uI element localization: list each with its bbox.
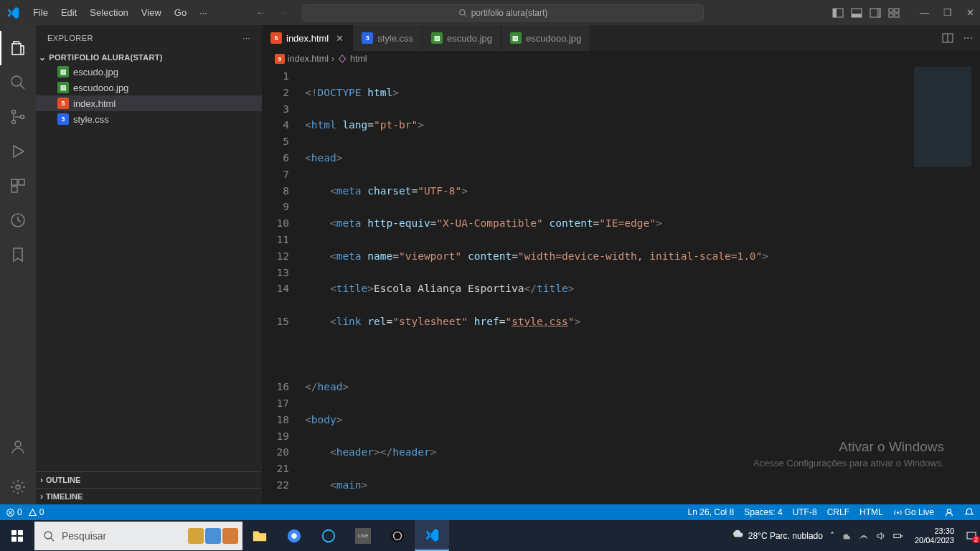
source-control-icon[interactable] <box>0 100 36 134</box>
watermark-subtitle: Acesse Configurações para ativar o Windo… <box>753 458 944 468</box>
file-item-escudooo[interactable]: ▨escudooo.jpg <box>36 80 262 95</box>
svg-rect-5 <box>852 14 862 17</box>
split-editor-icon[interactable] <box>942 32 953 44</box>
breadcrumb-file: index.html <box>288 54 329 64</box>
tab-index-html[interactable]: 5index.html✕ <box>262 25 353 51</box>
svg-rect-33 <box>18 537 23 542</box>
search-icon <box>458 9 467 17</box>
menu-view[interactable]: View <box>136 4 167 21</box>
tray-chevron-icon[interactable]: ˄ <box>830 531 834 541</box>
menu-selection[interactable]: Selection <box>84 4 133 21</box>
clock-time: 23:30 <box>915 527 954 536</box>
image-file-icon: ▨ <box>510 32 522 44</box>
status-errors[interactable]: 0 <box>6 507 22 517</box>
explorer-sidebar: EXPLORER ··· ⌄ PORTIFOLIO ALURA(START) ▨… <box>36 25 262 504</box>
timeline-section[interactable]: ›TIMELINE <box>36 488 262 504</box>
minimize-icon[interactable]: — <box>920 7 929 18</box>
live-app[interactable]: Live <box>346 520 380 551</box>
project-folder-header[interactable]: ⌄ PORTIFOLIO ALURA(START) <box>36 51 262 64</box>
status-eol[interactable]: CRLF <box>827 507 849 517</box>
minimap[interactable] <box>914 67 971 167</box>
svg-rect-8 <box>889 9 893 12</box>
tab-close-icon[interactable]: ✕ <box>336 33 344 44</box>
menu-go[interactable]: Go <box>169 4 192 21</box>
nav-back-icon[interactable]: ← <box>256 7 265 18</box>
system-tray: 28°C Parc. nublado ˄ 23:30 20/04/2023 2 <box>731 527 980 545</box>
status-spaces[interactable]: Spaces: 4 <box>744 507 782 517</box>
close-icon[interactable]: ✕ <box>966 7 974 18</box>
menu-edit[interactable]: Edit <box>55 4 83 21</box>
svg-point-21 <box>15 441 21 447</box>
file-explorer-app[interactable] <box>242 520 277 551</box>
status-language[interactable]: HTML <box>859 507 883 517</box>
bookmark-icon[interactable] <box>0 237 36 272</box>
settings-gear-icon[interactable] <box>0 470 36 504</box>
search-activity-icon[interactable] <box>0 65 36 100</box>
project-name: PORTIFOLIO ALURA(START) <box>49 53 162 62</box>
file-item-index[interactable]: 5index.html <box>36 95 262 111</box>
start-button[interactable] <box>0 520 34 551</box>
explorer-more-icon[interactable]: ··· <box>242 34 250 42</box>
command-center-text: portifolio alura(start) <box>471 8 548 18</box>
battery-icon[interactable] <box>893 531 903 541</box>
file-label: escudo.jpg <box>73 67 118 77</box>
file-item-style[interactable]: 3style.css <box>36 111 262 127</box>
file-item-escudo[interactable]: ▨escudo.jpg <box>36 64 262 80</box>
svg-point-22 <box>16 485 20 489</box>
toggle-panel-icon[interactable] <box>851 7 862 19</box>
tab-escudooo-jpg[interactable]: ▨escudooo.jpg <box>501 25 590 51</box>
toggle-primary-sidebar-icon[interactable] <box>832 7 844 19</box>
taskbar-search[interactable]: Pesquisar <box>34 522 242 550</box>
vscode-app[interactable] <box>415 520 449 551</box>
maximize-icon[interactable]: ❐ <box>943 7 952 18</box>
extensions-icon[interactable] <box>0 169 36 203</box>
file-label: escudooo.jpg <box>73 83 128 93</box>
file-label: style.css <box>73 114 109 125</box>
onedrive-icon[interactable] <box>842 531 852 541</box>
clock[interactable]: 23:30 20/04/2023 <box>910 527 958 545</box>
nav-forward-icon[interactable]: → <box>278 7 288 18</box>
explorer-icon[interactable] <box>0 31 36 65</box>
svg-rect-10 <box>889 14 893 17</box>
spotify-app[interactable] <box>380 520 415 551</box>
svg-rect-9 <box>895 9 899 12</box>
svg-point-37 <box>291 533 296 538</box>
menu-file[interactable]: File <box>27 4 54 21</box>
windows-activation-watermark: Ativar o Windows Acesse Configurações pa… <box>753 439 944 468</box>
css-file-icon: 3 <box>362 32 373 44</box>
svg-point-14 <box>12 110 16 114</box>
svg-point-28 <box>897 511 899 513</box>
run-debug-icon[interactable] <box>0 134 36 169</box>
status-warnings[interactable]: 0 <box>28 507 44 517</box>
status-feedback-icon[interactable] <box>944 507 954 517</box>
accounts-icon[interactable] <box>0 430 36 464</box>
toggle-secondary-sidebar-icon[interactable] <box>870 7 881 19</box>
volume-icon[interactable] <box>876 531 886 541</box>
chrome-app[interactable] <box>277 520 311 551</box>
live-share-icon[interactable] <box>0 203 36 237</box>
notifications-icon[interactable]: 2 <box>966 530 977 542</box>
activity-bar <box>0 25 36 504</box>
image-file-icon: ▨ <box>431 32 443 44</box>
status-go-live[interactable]: Go Live <box>893 507 934 517</box>
outline-section[interactable]: ›OUTLINE <box>36 471 262 488</box>
status-encoding[interactable]: UTF-8 <box>793 507 817 517</box>
network-icon[interactable] <box>859 531 869 541</box>
tab-escudo-jpg[interactable]: ▨escudo.jpg <box>423 25 501 51</box>
command-center[interactable]: portifolio alura(start) <box>302 4 704 22</box>
customize-layout-icon[interactable] <box>888 7 900 19</box>
weather-text: 28°C Parc. nublado <box>748 531 823 541</box>
editor-more-icon[interactable]: ··· <box>963 32 973 44</box>
status-bar: 0 0 Ln 26, Col 8 Spaces: 4 UTF-8 CRLF HT… <box>0 504 980 520</box>
tab-label: index.html <box>286 33 329 44</box>
weather-widget[interactable]: 28°C Parc. nublado <box>731 529 823 542</box>
tab-style-css[interactable]: 3style.css <box>353 25 423 51</box>
tab-label: escudooo.jpg <box>526 33 581 44</box>
breadcrumb[interactable]: 5 index.html › html <box>262 51 980 67</box>
menu-more[interactable]: ··· <box>194 4 213 21</box>
html-file-icon: 5 <box>275 54 285 64</box>
windows-taskbar: Pesquisar Live 28°C Parc. nublado ˄ 23:3… <box>0 520 980 551</box>
status-bell-icon[interactable] <box>964 507 974 517</box>
status-line-col[interactable]: Ln 26, Col 8 <box>688 507 735 517</box>
cortana-app[interactable] <box>311 520 346 551</box>
